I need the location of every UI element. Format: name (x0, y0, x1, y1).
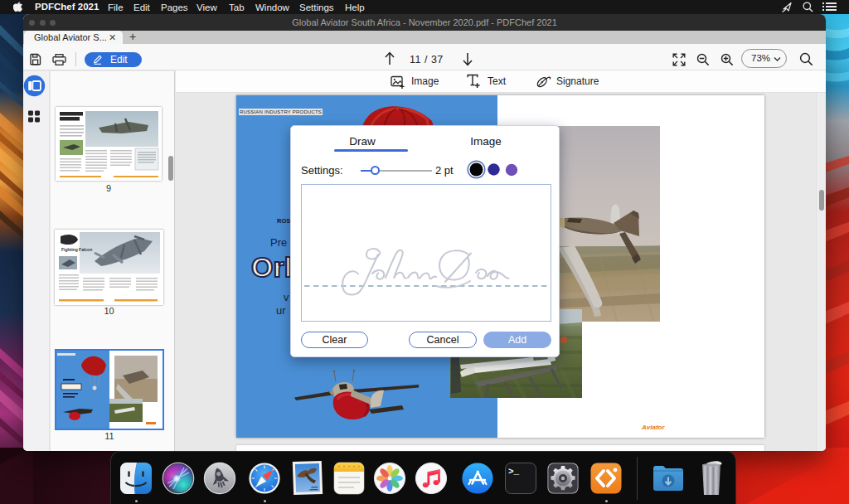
svg-text:>_: >_ (508, 467, 520, 477)
svg-text:Fighting Falcon: Fighting Falcon (61, 247, 92, 252)
